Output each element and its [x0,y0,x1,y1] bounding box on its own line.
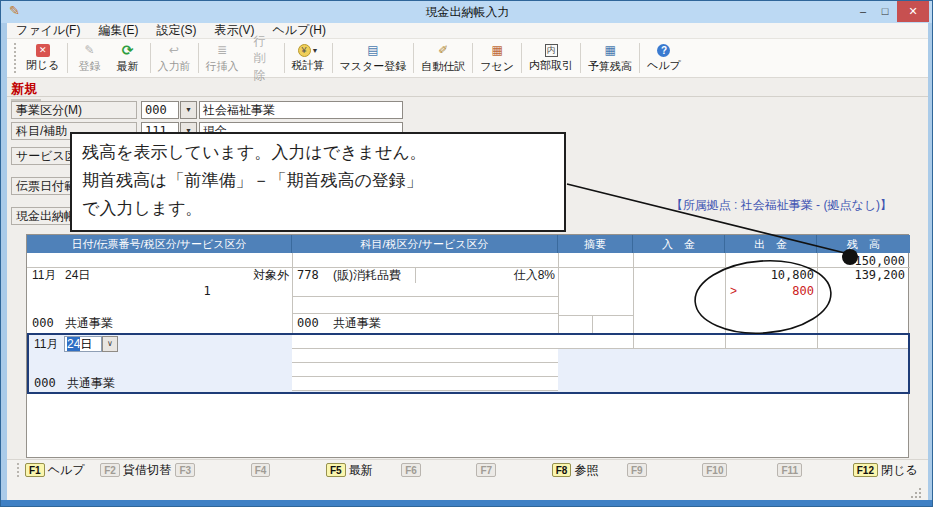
toolbar-master-register-button[interactable]: ▤ マスター登録 [336,41,411,76]
refresh-icon: ⟳ [120,43,136,58]
toolbar-row-delete-button[interactable]: 行削除 [243,49,281,68]
column-header-date: 日付/伝票番号/税区分/サービス区分 [27,235,292,253]
grid-line [292,253,293,333]
fkey-f8[interactable]: F8参照 [552,462,627,479]
fkey-f10[interactable]: F10 [702,463,777,477]
column-header-withdrawal: 出 金 [725,235,817,253]
entry-cell[interactable] [558,335,908,349]
fkey-label: 貸借切替 [123,462,171,479]
toolbar-help-button[interactable]: ? ヘルプ [643,42,685,75]
resize-grip[interactable] [909,488,921,498]
budget-balance-icon: ▦ [602,43,618,58]
row1-tax-side: 対象外 [227,268,289,283]
entry-day-combobox[interactable]: 24日 [64,336,102,352]
business-division-code-input[interactable]: 000 [141,101,179,119]
fkey-f7[interactable]: F7 [476,463,551,477]
toolbar-separator [67,43,68,73]
toolbar-auto-journal-button[interactable]: ✐ 自動仕訳 [417,41,469,76]
toolbar-button-label: 税計算 [292,58,325,73]
title-bar[interactable]: ✎ 現金出納帳入力 – □ ✕ [1,1,933,23]
row1-day[interactable]: 24日 [65,268,90,283]
row1-withdrawal-amount[interactable]: 10,800 [727,268,814,283]
toolbar-fusen-button[interactable]: ▦ フセン [476,41,518,76]
fusen-icon: ▦ [489,43,505,58]
fkey-f6[interactable]: F6 [401,463,476,477]
business-division-name-field[interactable]: 社会福祉事業 [199,101,403,119]
status-bar [7,480,928,500]
entry-cell[interactable] [292,335,558,349]
business-division-dropdown-button[interactable]: ▼ [180,101,197,119]
toolbar-separator [521,43,522,73]
row1-division-code: 000 [32,316,54,331]
window-title: 現金出納帳入力 [1,4,933,21]
toolbar-separator [150,43,151,73]
toolbar-separator [639,43,640,73]
master-register-icon: ▤ [365,43,381,58]
day-dropdown-button[interactable]: ∨ [102,336,118,352]
tooltip-line: で入力します。 [82,195,554,223]
fkey-f4[interactable]: F4 [251,463,326,477]
tooltip-line: 期首残高は「前準備」－「期首残高の登録」 [82,167,554,195]
toolbar-internal-trade-button[interactable]: 内 内部取引 [525,42,577,75]
fkey-f5[interactable]: F5最新 [326,462,401,479]
fkey-f9[interactable]: F9 [627,463,702,477]
toolbar-close-button[interactable]: ✕ 閉じる [22,42,64,75]
dropdown-arrow-icon: ▼ [312,47,319,54]
toolbar: ✕ 閉じる ✎ 登録 ⟳ 最新 ↩ 入力前 ≣ 行挿入 行削除 ¥ ▼ [7,39,928,78]
toolbar-separator [198,43,199,73]
minimize-button[interactable]: – [853,3,873,20]
row1-month[interactable]: 11月 [32,268,56,283]
app-window: ✎ 現金出納帳入力 – □ ✕ ファイル(F) 編集(E) 設定(S) 表示(V… [0,0,933,507]
toolbar-separator [284,43,285,73]
window-border-right [928,23,933,500]
chevron-down-icon: ∨ [107,339,113,348]
grid-line [725,253,726,333]
day-suffix: 日 [80,337,92,351]
fkey-f3[interactable]: F3 [175,463,250,477]
toolbar-drag-handle[interactable] [14,43,18,73]
menu-file[interactable]: ファイル(F) [7,22,89,39]
maximize-button[interactable]: □ [875,3,895,20]
menu-settings[interactable]: 設定(S) [147,22,205,39]
grid-line [817,253,818,333]
toolbar-button-label: 内部取引 [529,58,573,73]
entry-division-name: 共通事業 [67,376,115,391]
toolbar-register-button[interactable]: ✎ 登録 [71,41,109,76]
toolbar-separator [580,43,581,73]
tax-calc-icon: ¥ [298,44,311,57]
entry-cell[interactable] [292,349,558,363]
grid-line [558,253,559,333]
toolbar-revert-button[interactable]: ↩ 入力前 [154,41,195,76]
fkey-bar-drag-handle[interactable] [17,463,21,477]
dropdown-arrow-icon: ▼ [185,106,192,113]
toolbar-refresh-button[interactable]: ⟳ 最新 [109,41,147,76]
opening-balance-value: 150,000 [820,254,905,269]
toolbar-tax-calc-button[interactable]: ¥ ▼ 税計算 [288,42,329,75]
fkey-f11[interactable]: F11 [777,463,852,477]
menu-help[interactable]: ヘルプ(H) [263,22,335,39]
internal-trade-icon: 内 [545,44,558,57]
toolbar-budget-balance-button[interactable]: ▦ 予算残高 [584,41,636,76]
fkey-f1[interactable]: F1ヘルプ [25,462,100,479]
fkey-f12[interactable]: F12閉じる [853,462,928,479]
fkey-f2[interactable]: F2貸借切替 [100,462,175,479]
menu-edit[interactable]: 編集(E) [89,22,147,39]
toolbar-row-insert-button[interactable]: ≣ 行挿入 [202,41,243,76]
grid-line [558,315,633,316]
row1-account-code[interactable]: 778 [297,268,319,283]
toolbar-separator [472,43,473,73]
f8-keycap: F8 [552,463,572,477]
active-entry-row[interactable]: 11月 24日 ∨ 000 共通事業 [27,333,910,394]
row1-account-name[interactable]: (販)消耗品費 [333,268,401,283]
f12-keycap: F12 [853,463,878,477]
tab-separator-line [7,96,928,97]
fkey-label: ヘルプ [48,462,85,479]
row1-tax-class: 仕入8% [457,268,555,283]
toolbar-separator [332,43,333,73]
grid-line [292,296,558,297]
entry-cell[interactable] [292,363,558,377]
close-button[interactable]: ✕ [897,1,929,22]
entry-cell[interactable] [292,377,558,391]
f3-keycap: F3 [175,463,195,477]
f2-keycap: F2 [100,463,120,477]
